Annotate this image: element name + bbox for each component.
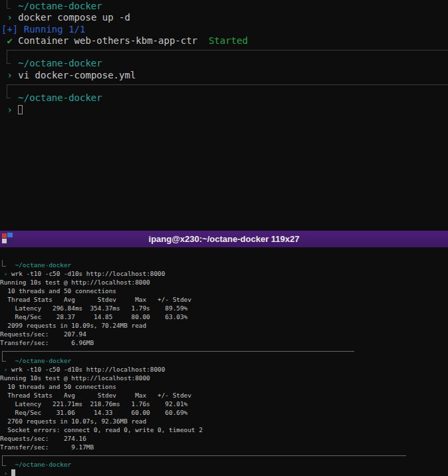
prompt-corner-bracket [7, 0, 11, 9]
terminal-text: Req/Sec 28.37 14.85 80.00 63.03% [0, 313, 187, 320]
terminal-text: Req/Sec 31.06 14.33 60.00 60.69% [0, 409, 187, 416]
terminal-line: Requests/sec: 207.94 [0, 330, 448, 338]
terminal-line: › docker compose up -d [1, 12, 448, 23]
terminal-text: Latency 221.71ms 218.76ms 1.76s 92.01% [0, 400, 187, 408]
terminal-text: Running 10s test @ http://localhost:8000 [0, 279, 150, 286]
terminal-text: Socket errors: connect 0, read 0, write … [0, 426, 203, 433]
prompt-directory: ~/octane-docker [18, 58, 102, 68]
prompt-directory: ~/octane-docker [15, 357, 72, 364]
prompt-block: ~/octane-docker › [1, 81, 448, 116]
terminal-line: ~/octane-docker [0, 460, 448, 469]
terminal-text: 2760 requests in 10.07s, 92.36MB read [0, 417, 146, 425]
terminal-line: › [1, 104, 448, 116]
terminal-line: ~/octane-docker [0, 261, 448, 269]
prompt-directory: ~/octane-docker [15, 461, 72, 468]
bottom-terminal-pane[interactable]: ~/octane-docker › wrk -t10 -c50 -d10s ht… [0, 247, 448, 476]
terminal-text: vi docker-compose.yml [13, 70, 136, 80]
terminal-text: Running 10s test @ http://localhost:8000 [0, 374, 150, 382]
terminal-text: Container web-others-kbm-app-ctr [13, 35, 209, 46]
prompt-arrow: › [7, 12, 12, 23]
prompt-directory: ~/octane-docker [18, 92, 102, 103]
terminal-line: [+] Running 1/1 [1, 24, 448, 35]
prompt-separator-line [7, 50, 448, 51]
terminal-text: 2099 requests in 10.09s, 70.24MB read [0, 322, 146, 329]
terminal-line: 10 threads and 50 connections [0, 382, 448, 391]
terminal-line: Requests/sec: 274.16 [0, 434, 448, 443]
terminal-text: Started [209, 35, 248, 46]
prompt-arrow: › [7, 70, 12, 80]
text-cursor[interactable] [11, 469, 15, 476]
terminal-line: ✔ Container web-others-kbm-app-ctr Start… [1, 35, 448, 47]
prompt-corner-bracket [2, 455, 6, 466]
terminal-text: [+] Running 1/1 [1, 24, 85, 35]
text-cursor[interactable] [18, 105, 23, 114]
terminal-text: Transfer/sec: 9.17MB [0, 443, 94, 451]
terminal-text: wrk -t10 -c50 -d10s http://localhost:800… [7, 270, 165, 277]
terminal-line: Thread Stats Avg Stdev Max +/- Stdev [0, 295, 448, 304]
prompt-block: ~/octane-docker › docker compose up -d[+… [1, 1, 448, 47]
prompt-directory: ~/octane-docker [18, 1, 102, 11]
terminal-line: 2760 requests in 10.07s, 92.36MB read [0, 417, 448, 425]
terminal-text: docker compose up -d [13, 12, 130, 23]
terminal-text: 10 threads and 50 connections [0, 383, 116, 390]
prompt-corner-bracket [7, 50, 11, 64]
terminal-text: wrk -t10 -c50 -d10s http://localhost:800… [7, 366, 165, 373]
prompt-arrow: › [7, 104, 12, 115]
terminal-line: ~/octane-docker [1, 1, 448, 12]
prompt-separator-row [1, 47, 448, 58]
icon-blue-square [7, 233, 13, 237]
terminal-line: ~/octane-docker [1, 58, 448, 69]
prompt-separator-line [2, 455, 406, 456]
terminal-text: Requests/sec: 274.16 [0, 435, 86, 442]
terminal-line: Transfer/sec: 6.96MB [0, 338, 448, 347]
window-titlebar[interactable]: ipang@x230:~/octane-docker 119x27 [0, 231, 448, 247]
terminal-text: 10 threads and 50 connections [0, 287, 116, 295]
terminal-text [13, 104, 18, 115]
icon-red-square [2, 233, 7, 238]
terminal-text: Thread Stats Avg Stdev Max +/- Stdev [0, 296, 191, 303]
terminal-text: Latency 296.84ms 354.37ms 1.79s 89.59% [0, 304, 187, 312]
prompt-corner-bracket [7, 84, 11, 98]
top-terminal-pane[interactable]: ~/octane-docker › docker compose up -d[+… [0, 0, 448, 231]
terminal-line: ~/octane-docker [0, 356, 448, 365]
terminal-text: Thread Stats Avg Stdev Max +/- Stdev [0, 392, 191, 399]
terminal-line: Latency 296.84ms 354.37ms 1.79s 89.59% [0, 304, 448, 312]
terminal-line: Req/Sec 28.37 14.85 80.00 63.03% [0, 312, 448, 321]
terminal-line: Latency 221.71ms 218.76ms 1.76s 92.01% [0, 400, 448, 408]
terminal-line: › wrk -t10 -c50 -d10s http://localhost:8… [0, 365, 448, 374]
prompt-corner-bracket [2, 260, 6, 267]
prompt-separator-row [1, 81, 448, 92]
terminal-text: ✔ [7, 35, 12, 46]
prompt-separator-line [7, 84, 448, 85]
terminal-line: 10 threads and 50 connections [0, 287, 448, 295]
terminal-line: › wrk -t10 -c50 -d10s http://localhost:8… [0, 269, 448, 278]
prompt-block: ~/octane-docker › wrk -t10 -c50 -d10s ht… [0, 261, 448, 347]
prompt-block: ~/octane-docker › [0, 451, 448, 476]
terminal-line: Socket errors: connect 0, read 0, write … [0, 425, 448, 434]
terminal-line: Running 10s test @ http://localhost:8000 [0, 374, 448, 382]
terminal-text: Transfer/sec: 6.96MB [0, 339, 94, 346]
terminal-line: › [0, 469, 448, 476]
terminal-line: Transfer/sec: 9.17MB [0, 443, 448, 451]
terminal-line: › vi docker-compose.yml [1, 70, 448, 81]
terminal-text: Requests/sec: 207.94 [0, 330, 86, 338]
icon-gray-square [2, 239, 7, 243]
prompt-block: ~/octane-docker › vi docker-compose.yml [1, 47, 448, 81]
terminal-line: 2099 requests in 10.09s, 70.24MB read [0, 321, 448, 330]
prompt-corner-bracket [2, 351, 6, 362]
terminal-line: Thread Stats Avg Stdev Max +/- Stdev [0, 391, 448, 400]
prompt-separator-line [2, 351, 354, 352]
terminal-line: Running 10s test @ http://localhost:8000 [0, 278, 448, 287]
terminal-window-menu-icon[interactable] [2, 233, 14, 245]
terminal-line: ~/octane-docker [1, 92, 448, 104]
window-title: ipang@x230:~/octane-docker 119x27 [149, 234, 300, 244]
prompt-directory: ~/octane-docker [15, 261, 72, 269]
icon-dropdown-triangle [7, 240, 13, 243]
terminal-line: Req/Sec 31.06 14.33 60.00 60.69% [0, 408, 448, 417]
prompt-block: ~/octane-docker › wrk -t10 -c50 -d10s ht… [0, 347, 448, 451]
